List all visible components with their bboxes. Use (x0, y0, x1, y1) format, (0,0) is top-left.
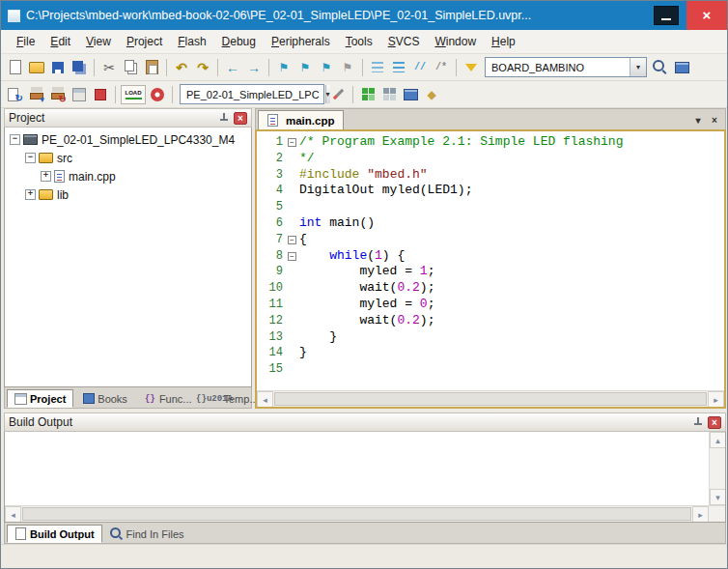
scroll-left-icon[interactable]: ◂ (257, 391, 273, 408)
project-panel-close-icon[interactable]: × (234, 112, 247, 125)
code-text[interactable]: myled = 0; (299, 297, 724, 313)
build-output-hscrollbar[interactable]: ◂ ▸ (5, 505, 725, 522)
paste-icon[interactable] (142, 58, 161, 77)
editor-hscroll-thumb[interactable] (274, 392, 707, 406)
code-text[interactable]: wait(0.2); (299, 313, 724, 329)
bookmark-prev-icon[interactable] (295, 58, 315, 77)
tab-close-icon[interactable]: × (707, 112, 722, 128)
tree-row[interactable]: +lib (5, 185, 251, 204)
code-text[interactable]: int main() (299, 215, 724, 232)
save-icon[interactable] (48, 58, 68, 77)
menu-help[interactable]: Help (484, 32, 523, 51)
nav-forward-icon[interactable] (244, 58, 264, 77)
code-text[interactable] (299, 199, 724, 215)
scroll-left-icon[interactable]: ◂ (5, 506, 21, 523)
expand-icon[interactable]: + (25, 189, 36, 200)
redo-icon[interactable] (193, 58, 212, 77)
code-text[interactable]: */ (299, 151, 724, 167)
build-output-vscrollbar[interactable]: ▴ ▾ (709, 432, 725, 505)
bookmark-clear-icon[interactable] (338, 58, 357, 77)
chevron-down-icon[interactable]: ▾ (630, 58, 646, 76)
tab-main-cpp[interactable]: main.cpp (258, 110, 344, 129)
new-file-icon[interactable] (6, 58, 25, 77)
code-text[interactable] (299, 361, 724, 378)
tab-find-in-files[interactable]: Find In Files (103, 525, 192, 543)
code-text[interactable]: wait(0.2); (299, 280, 724, 297)
code-text[interactable]: #include "mbed.h" (299, 167, 724, 184)
tree-row[interactable]: −PE_02-01_SimpleLED_LPC4330_M4 (5, 130, 251, 149)
fold-collapse-icon[interactable]: − (288, 252, 296, 261)
minimize-button[interactable] (654, 6, 679, 25)
menu-svcs[interactable]: SVCS (380, 32, 428, 51)
rebuild-icon[interactable] (48, 85, 68, 104)
scroll-right-icon[interactable]: ▸ (692, 506, 709, 523)
copy-icon[interactable] (121, 58, 140, 77)
batch-build-icon[interactable] (70, 85, 89, 104)
tab-project[interactable]: Project (7, 389, 73, 408)
build-icon[interactable] (27, 85, 46, 104)
editor-hscrollbar[interactable]: ◂ ▸ (257, 390, 724, 407)
collapse-icon[interactable]: − (10, 134, 20, 145)
code-text[interactable]: } (299, 345, 724, 361)
vscroll-track[interactable] (710, 448, 725, 489)
target-select[interactable]: PE_02-01_SimpleLED_LPC ▾ (180, 84, 324, 104)
scroll-right-icon[interactable]: ▸ (708, 391, 724, 408)
menu-debug[interactable]: Debug (214, 32, 264, 51)
menu-window[interactable]: Window (427, 32, 484, 51)
indent-right-icon[interactable] (389, 58, 408, 77)
nav-back-icon[interactable] (223, 58, 242, 77)
code-text[interactable]: } (299, 329, 724, 346)
close-button[interactable]: × (686, 1, 727, 30)
expand-icon[interactable]: + (41, 171, 51, 182)
tab-list-icon[interactable]: ▾ (690, 112, 706, 128)
bookmark-next-icon[interactable] (317, 58, 336, 77)
fold-collapse-icon[interactable]: − (288, 236, 296, 244)
help-icon[interactable] (422, 85, 441, 104)
pin-icon[interactable] (691, 415, 705, 429)
code-text[interactable]: { (299, 232, 724, 248)
scroll-up-icon[interactable]: ▴ (710, 432, 725, 448)
build-output-close-icon[interactable]: × (708, 416, 721, 429)
books-icon[interactable] (401, 85, 420, 104)
options-wand-icon[interactable] (328, 85, 348, 104)
funnel-icon[interactable] (462, 58, 481, 77)
indent-left-icon[interactable] (368, 58, 387, 77)
help-books-icon[interactable] (672, 58, 691, 77)
cut-icon[interactable] (99, 58, 119, 77)
menu-flash[interactable]: Flash (170, 32, 213, 51)
fold-collapse-icon[interactable]: − (288, 138, 296, 147)
stop-build-icon[interactable] (91, 85, 110, 104)
menu-peripherals[interactable]: Peripherals (264, 32, 338, 51)
build-output-content[interactable] (5, 432, 709, 505)
bookmark-toggle-icon[interactable] (274, 58, 294, 77)
tree-row[interactable]: −src (5, 149, 251, 167)
menu-tools[interactable]: Tools (338, 32, 380, 51)
board-select[interactable]: BOARD_BAMBINO ▾ (485, 57, 647, 77)
menu-file[interactable]: File (9, 32, 42, 51)
code-text[interactable]: while(1) { (299, 248, 724, 265)
tab-func[interactable]: Func... (136, 389, 200, 408)
code-text[interactable]: myled = 1; (299, 264, 724, 280)
manage-components-icon[interactable] (379, 85, 399, 104)
menu-project[interactable]: Project (119, 32, 170, 51)
tab-books[interactable]: Books (74, 389, 135, 408)
tab-build-output[interactable]: Build Output (7, 525, 102, 543)
build-hscroll-thumb[interactable] (22, 507, 691, 521)
code-text[interactable]: DigitalOut myled(LED1); (299, 183, 724, 199)
uncomment-selection-icon[interactable] (432, 58, 451, 77)
save-all-icon[interactable] (70, 58, 89, 77)
menu-view[interactable]: View (78, 32, 119, 51)
flash-download-icon[interactable]: LOAD (121, 85, 146, 104)
code-area[interactable]: 1−/* Program Example 2.1: Simple LED fla… (257, 131, 724, 390)
collapse-icon[interactable]: − (25, 153, 36, 163)
tree-row[interactable]: +main.cpp (5, 167, 251, 185)
open-folder-icon[interactable] (27, 58, 46, 77)
find-in-files-icon[interactable] (651, 58, 670, 77)
target-options-icon[interactable] (148, 85, 167, 104)
comment-selection-icon[interactable] (410, 58, 430, 77)
scroll-down-icon[interactable]: ▾ (710, 489, 725, 505)
manage-rte-icon[interactable] (358, 85, 378, 104)
pin-icon[interactable] (217, 111, 231, 125)
menu-edit[interactable]: Edit (42, 32, 78, 51)
translate-icon[interactable] (6, 85, 25, 104)
